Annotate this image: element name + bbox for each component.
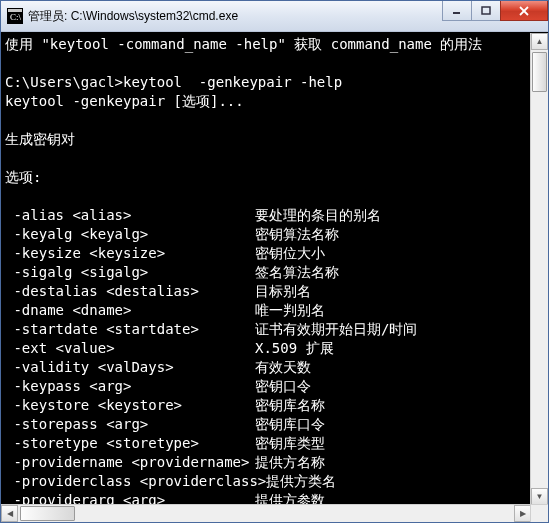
horizontal-scroll-track[interactable]: [18, 505, 514, 522]
option-row: -providerclass <providerclass>提供方类名: [5, 472, 531, 491]
option-desc: 有效天数: [255, 358, 311, 377]
option-desc: 密钥算法名称: [255, 225, 339, 244]
option-flag: -ext <value>: [5, 339, 255, 358]
option-desc: 密钥库类型: [255, 434, 325, 453]
console-area: 使用 "keytool -command_name -help" 获取 comm…: [1, 32, 548, 522]
option-row: -sigalg <sigalg>签名算法名称: [5, 263, 531, 282]
option-flag: -storetype <storetype>: [5, 434, 255, 453]
scroll-left-button[interactable]: ◀: [1, 505, 18, 522]
option-desc: 签名算法名称: [255, 263, 339, 282]
option-desc: 提供方名称: [255, 453, 325, 472]
option-row: -ext <value>X.509 扩展: [5, 339, 531, 358]
option-row: -keystore <keystore>密钥库名称: [5, 396, 531, 415]
option-desc: 证书有效期开始日期/时间: [255, 320, 417, 339]
cmd-icon: C:\: [7, 8, 23, 24]
scroll-right-button[interactable]: ▶: [514, 505, 531, 522]
svg-text:C:\: C:\: [10, 12, 22, 22]
horizontal-scrollbar[interactable]: ◀ ▶: [1, 504, 531, 522]
option-row: -storetype <storetype>密钥库类型: [5, 434, 531, 453]
option-row: -keysize <keysize>密钥位大小: [5, 244, 531, 263]
console-output[interactable]: 使用 "keytool -command_name -help" 获取 comm…: [1, 33, 531, 505]
vertical-scroll-track[interactable]: [531, 50, 548, 488]
option-flag: -providerarg <arg>: [5, 491, 255, 505]
horizontal-scroll-thumb[interactable]: [20, 506, 75, 521]
option-flag: -dname <dname>: [5, 301, 255, 320]
option-row: -keypass <arg>密钥口令: [5, 377, 531, 396]
option-row: -destalias <destalias>目标别名: [5, 282, 531, 301]
option-flag: -validity <valDays>: [5, 358, 255, 377]
option-flag: -keypass <arg>: [5, 377, 255, 396]
option-desc: 目标别名: [255, 282, 311, 301]
option-row: -keyalg <keyalg>密钥算法名称: [5, 225, 531, 244]
option-desc: 要处理的条目的别名: [255, 206, 381, 225]
maximize-button[interactable]: [471, 1, 501, 21]
option-flag: -keyalg <keyalg>: [5, 225, 255, 244]
option-flag: -providerclass <providerclass>: [5, 472, 266, 491]
option-desc: 密钥库名称: [255, 396, 325, 415]
option-desc: 密钥口令: [255, 377, 311, 396]
option-flag: -destalias <destalias>: [5, 282, 255, 301]
option-row: -validity <valDays>有效天数: [5, 358, 531, 377]
option-flag: -alias <alias>: [5, 206, 255, 225]
option-flag: -providername <providername>: [5, 453, 255, 472]
option-row: -dname <dname>唯一判别名: [5, 301, 531, 320]
titlebar[interactable]: C:\ 管理员: C:\Windows\system32\cmd.exe: [1, 1, 548, 32]
option-desc: 密钥位大小: [255, 244, 325, 263]
option-desc: 提供方类名: [266, 472, 336, 491]
option-row: -startdate <startdate>证书有效期开始日期/时间: [5, 320, 531, 339]
option-row: -providername <providername>提供方名称: [5, 453, 531, 472]
vertical-scroll-thumb[interactable]: [532, 52, 547, 92]
option-desc: X.509 扩展: [255, 339, 334, 358]
window-title: 管理员: C:\Windows\system32\cmd.exe: [28, 8, 238, 25]
option-row: -storepass <arg>密钥库口令: [5, 415, 531, 434]
option-flag: -startdate <startdate>: [5, 320, 255, 339]
scroll-down-button[interactable]: ▼: [531, 488, 548, 505]
window-controls: [443, 1, 548, 21]
option-flag: -sigalg <sigalg>: [5, 263, 255, 282]
option-desc: 密钥库口令: [255, 415, 325, 434]
option-row: -providerarg <arg>提供方参数: [5, 491, 531, 505]
close-button[interactable]: [500, 1, 548, 21]
window-frame: C:\ 管理员: C:\Windows\system32\cmd.exe 使用 …: [0, 0, 549, 523]
minimize-button[interactable]: [442, 1, 472, 21]
svg-rect-4: [482, 7, 490, 14]
scrollbar-corner: [530, 504, 548, 522]
option-flag: -storepass <arg>: [5, 415, 255, 434]
option-flag: -keysize <keysize>: [5, 244, 255, 263]
option-desc: 提供方参数: [255, 491, 325, 505]
option-desc: 唯一判别名: [255, 301, 325, 320]
option-row: -alias <alias>要处理的条目的别名: [5, 206, 531, 225]
option-flag: -keystore <keystore>: [5, 396, 255, 415]
vertical-scrollbar[interactable]: ▲ ▼: [530, 33, 548, 505]
scroll-up-button[interactable]: ▲: [531, 33, 548, 50]
